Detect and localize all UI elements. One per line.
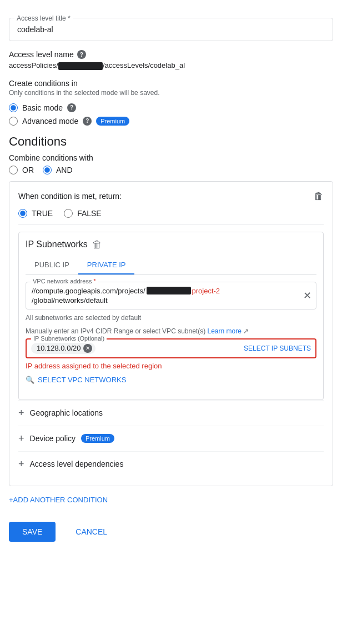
public-ip-tab[interactable]: PUBLIC IP <box>26 256 78 274</box>
delete-condition-icon[interactable]: 🗑 <box>314 191 324 202</box>
ip-subnetworks-section: IP Subnetworks 🗑 PUBLIC IP PRIVATE IP VP… <box>18 232 324 400</box>
true-option: TRUE <box>18 209 53 218</box>
geo-locations-item[interactable]: + Geographic locations <box>18 400 324 426</box>
and-option: AND <box>43 166 73 174</box>
plus-icon-device: + <box>18 433 24 445</box>
or-and-group: OR AND <box>9 166 333 174</box>
advanced-mode-premium-badge: Premium <box>96 117 129 126</box>
create-conditions-group: Create conditions in Only conditions in … <box>9 79 333 126</box>
access-level-name-label: Access level name <box>9 50 74 59</box>
false-option: FALSE <box>64 209 102 218</box>
vpc-close-icon[interactable]: ✕ <box>303 291 311 301</box>
device-policy-item[interactable]: + Device policy Premium <box>18 426 324 451</box>
access-level-name-help-icon[interactable]: ? <box>77 50 86 59</box>
ip-chip-value: 10.128.0.0/20 <box>37 344 81 352</box>
learn-more-link[interactable]: Learn more <box>208 327 242 335</box>
redacted-policy-id <box>58 62 103 70</box>
false-radio[interactable] <box>64 209 73 218</box>
or-radio[interactable] <box>9 166 18 174</box>
ip-subnets-field[interactable]: IP Subnetworks (Optional) 10.128.0.0/20 … <box>26 338 316 358</box>
device-policy-premium-badge: Premium <box>81 434 114 443</box>
and-label: AND <box>56 166 73 174</box>
select-vpc-label: SELECT VPC NETWORKS <box>38 376 126 384</box>
access-level-name-label-row: Access level name ? <box>9 50 333 59</box>
vpc-field-legend: VPC network address * <box>31 278 98 284</box>
create-conditions-title: Create conditions in <box>9 79 333 88</box>
ip-chip-remove-icon[interactable]: ✕ <box>83 344 92 353</box>
basic-mode-help-icon[interactable]: ? <box>67 103 76 112</box>
private-ip-tab[interactable]: PRIVATE IP <box>78 256 135 274</box>
basic-mode-option: Basic mode ? <box>9 103 333 112</box>
ip-subnetworks-title: IP Subnetworks <box>26 239 88 249</box>
vpc-project-label: project-2 <box>192 287 220 295</box>
search-icon: 🔍 <box>26 376 34 384</box>
false-label: FALSE <box>77 209 102 218</box>
advanced-mode-help-icon[interactable]: ? <box>83 117 92 126</box>
advanced-mode-radio[interactable] <box>9 117 18 126</box>
access-level-title-label: Access level title * <box>14 14 73 22</box>
form-container: Access level title * Access level name ?… <box>9 9 333 542</box>
mode-radio-group: Basic mode ? Advanced mode ? Premium <box>9 103 333 126</box>
access-level-deps-label: Access level dependencies <box>30 460 124 468</box>
advanced-mode-option: Advanced mode ? Premium <box>9 117 333 126</box>
plus-icon-deps: + <box>18 458 24 470</box>
select-vpc-networks-link[interactable]: 🔍 SELECT VPC NETWORKS <box>26 376 316 384</box>
condition-card-header: When condition is met, return: 🗑 <box>18 191 324 202</box>
vpc-hint: All subnetworks are selected by default <box>26 314 316 322</box>
action-buttons: SAVE CANCEL <box>9 522 333 542</box>
ip-subnets-legend: IP Subnetworks (Optional) <box>31 335 107 342</box>
true-radio[interactable] <box>18 209 27 218</box>
advanced-mode-label: Advanced mode <box>22 117 78 126</box>
cancel-button[interactable]: CANCEL <box>62 522 120 542</box>
conditions-title: Conditions <box>9 134 333 149</box>
vpc-required-marker: * <box>93 278 95 284</box>
plus-icon-geo: + <box>18 407 24 419</box>
access-level-deps-item[interactable]: + Access level dependencies <box>18 451 324 477</box>
vpc-value-prefix: //compute.googleapis.com/projects/ <box>32 287 145 295</box>
basic-mode-label: Basic mode <box>22 103 63 112</box>
vpc-value: //compute.googleapis.com/projects/projec… <box>32 287 296 304</box>
create-conditions-desc: Only conditions in the selected mode wil… <box>9 89 333 97</box>
access-level-name-group: Access level name ? accessPolicies//acce… <box>9 50 333 70</box>
access-level-title-group: Access level title * <box>9 9 333 41</box>
basic-mode-radio[interactable] <box>9 103 18 112</box>
vpc-value-suffix: /global/networks/default <box>32 296 108 304</box>
or-option: OR <box>9 166 34 174</box>
manual-enter-label: Manually enter an IPv4 CIDR Range or sel… <box>26 327 316 335</box>
select-ip-subnets-button[interactable]: SELECT IP SUBNETS <box>244 345 311 352</box>
true-false-group: TRUE FALSE <box>18 209 324 218</box>
or-label: OR <box>22 166 34 174</box>
condition-card: When condition is met, return: 🗑 TRUE FA… <box>9 181 333 486</box>
access-level-name-value: accessPolicies//accessLevels/codelab_al <box>9 61 333 70</box>
save-button[interactable]: SAVE <box>9 522 56 542</box>
vpc-network-field: VPC network address * //compute.googleap… <box>26 282 316 309</box>
true-label: TRUE <box>32 209 53 218</box>
ip-address-warning: IP address assigned to the selected regi… <box>26 362 316 370</box>
ip-tab-group: PUBLIC IP PRIVATE IP <box>26 256 316 275</box>
geo-locations-label: Geographic locations <box>30 408 103 417</box>
add-condition-link[interactable]: +ADD ANOTHER CONDITION <box>9 496 108 504</box>
combine-conditions-label: Combine conditions with <box>9 153 333 162</box>
divider <box>18 224 324 225</box>
vpc-redacted-project <box>147 287 191 294</box>
condition-return-label: When condition is met, return: <box>18 192 122 201</box>
ip-section-header: IP Subnetworks 🗑 <box>26 239 316 251</box>
ip-chip: 10.128.0.0/20 ✕ <box>31 343 95 354</box>
delete-ip-section-icon[interactable]: 🗑 <box>92 239 102 251</box>
conditions-section: Conditions Combine conditions with OR AN… <box>9 134 333 517</box>
device-policy-label: Device policy <box>30 434 76 443</box>
and-radio[interactable] <box>43 166 52 174</box>
